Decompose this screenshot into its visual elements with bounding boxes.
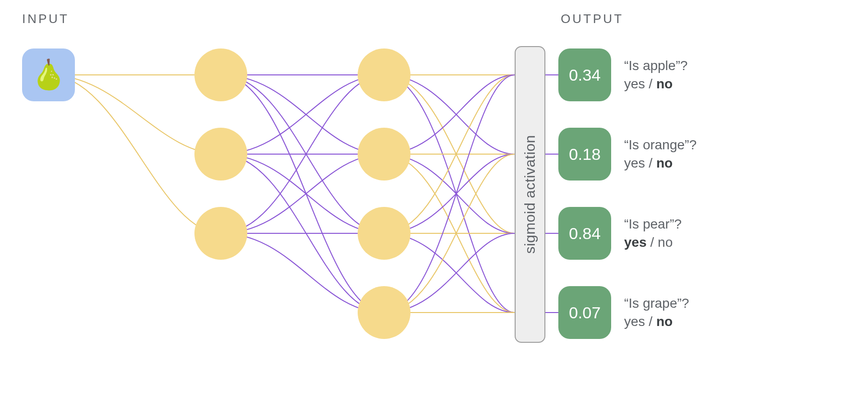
hidden1-node-1 — [194, 128, 247, 181]
output-label-1: “Is orange”? yes / no — [624, 136, 697, 172]
output-box-0: 0.34 — [558, 48, 611, 101]
output-label-2: “Is pear”? yes / no — [624, 215, 682, 252]
output-label-0: “Is apple”? yes / no — [624, 57, 687, 93]
output-question-2: “Is pear”? — [624, 215, 682, 233]
output-value-2: 0.84 — [569, 224, 601, 243]
output-question-3: “Is grape”? — [624, 294, 689, 313]
hidden2-node-0 — [358, 48, 410, 101]
output-box-3: 0.07 — [558, 286, 611, 339]
pear-icon: 🍐 — [31, 60, 67, 89]
activation-box: sigmoid activation — [515, 46, 545, 343]
output-question-0: “Is apple”? — [624, 57, 687, 75]
hidden2-node-3 — [358, 286, 410, 339]
hidden2-node-2 — [358, 207, 410, 260]
output-box-1: 0.18 — [558, 128, 611, 181]
input-image-box: 🍐 — [22, 48, 75, 101]
output-label-3: “Is grape”? yes / no — [624, 294, 689, 331]
hidden1-node-2 — [194, 207, 247, 260]
output-box-2: 0.84 — [558, 207, 611, 260]
output-answer-3: yes / no — [624, 313, 689, 331]
hidden2-node-1 — [358, 128, 410, 181]
output-heading: OUTPUT — [561, 12, 624, 26]
output-question-1: “Is orange”? — [624, 136, 697, 154]
network-edges — [0, 0, 868, 410]
hidden1-node-0 — [194, 48, 247, 101]
output-value-1: 0.18 — [569, 145, 601, 164]
output-answer-2: yes / no — [624, 233, 682, 252]
output-value-3: 0.07 — [569, 303, 601, 322]
activation-label: sigmoid activation — [522, 135, 538, 253]
output-answer-0: yes / no — [624, 75, 687, 93]
output-value-0: 0.34 — [569, 66, 601, 84]
input-heading: INPUT — [22, 12, 69, 26]
output-answer-1: yes / no — [624, 154, 697, 172]
